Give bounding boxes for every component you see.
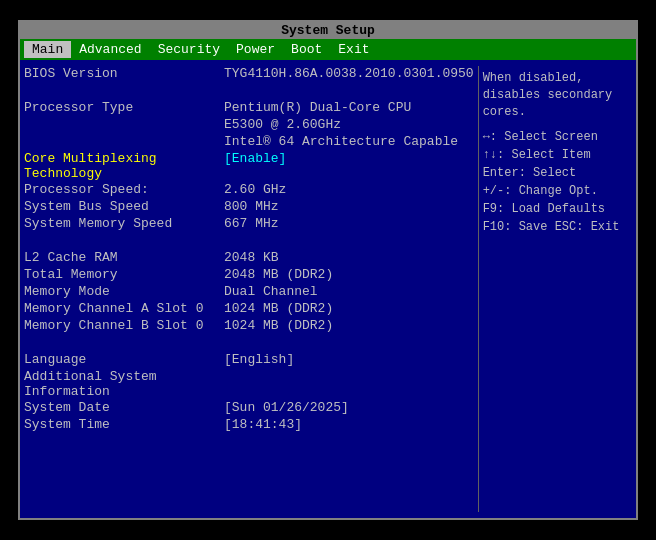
table-row: Processor Speed:2.60 GHz xyxy=(24,182,474,198)
row-label: Total Memory xyxy=(24,267,224,283)
table-row xyxy=(24,335,474,351)
window-title: System Setup xyxy=(281,23,375,38)
menu-item-security[interactable]: Security xyxy=(150,41,228,58)
main-content: BIOS VersionTYG4110H.86A.0038.2010.0301.… xyxy=(24,66,474,512)
sidebar-nav-item: ↔: Select Screen xyxy=(483,128,632,146)
table-row: System Date[Sun 01/26/2025] xyxy=(24,400,474,416)
row-label: Memory Channel B Slot 0 xyxy=(24,318,224,334)
row-value xyxy=(224,335,474,351)
table-row: Memory Channel A Slot 01024 MB (DDR2) xyxy=(24,301,474,317)
menu-item-boot[interactable]: Boot xyxy=(283,41,330,58)
row-label: Memory Mode xyxy=(24,284,224,300)
menu-item-advanced[interactable]: Advanced xyxy=(71,41,149,58)
row-label: Core Multiplexing Technology xyxy=(24,151,224,181)
row-value xyxy=(224,233,474,249)
table-row xyxy=(24,83,474,99)
table-row: BIOS VersionTYG4110H.86A.0038.2010.0301.… xyxy=(24,66,474,82)
sidebar-nav: ↔: Select Screen↑↓: Select ItemEnter: Se… xyxy=(483,128,632,236)
row-label: System Date xyxy=(24,400,224,416)
row-label: L2 Cache RAM xyxy=(24,250,224,266)
row-label xyxy=(24,83,224,99)
row-value: 800 MHz xyxy=(224,199,474,215)
row-label: Memory Channel A Slot 0 xyxy=(24,301,224,317)
row-label: Additional System Information xyxy=(24,369,224,399)
table-row: Language[English] xyxy=(24,352,474,368)
menu-item-exit[interactable]: Exit xyxy=(330,41,377,58)
row-value xyxy=(224,83,474,99)
row-label: Processor Speed: xyxy=(24,182,224,198)
table-row: Core Multiplexing Technology[Enable] xyxy=(24,151,474,181)
table-row: Additional System Information xyxy=(24,369,474,399)
sidebar-nav-item: +/-: Change Opt. xyxy=(483,182,632,200)
table-row xyxy=(24,233,474,249)
sidebar-nav-item: Enter: Select xyxy=(483,164,632,182)
row-label xyxy=(24,335,224,351)
row-label: System Bus Speed xyxy=(24,199,224,215)
table-row: Processor TypePentium(R) Dual-Core CPU xyxy=(24,100,474,116)
table-row: System Time[18:41:43] xyxy=(24,417,474,433)
row-label: BIOS Version xyxy=(24,66,224,82)
row-label xyxy=(24,233,224,249)
content-area: BIOS VersionTYG4110H.86A.0038.2010.0301.… xyxy=(20,60,636,518)
row-label: Processor Type xyxy=(24,100,224,116)
row-value: 1024 MB (DDR2) xyxy=(224,301,474,317)
row-value: Dual Channel xyxy=(224,284,474,300)
sidebar-nav-item: ↑↓: Select Item xyxy=(483,146,632,164)
menu-item-power[interactable]: Power xyxy=(228,41,283,58)
table-row: Intel® 64 Architecture Capable xyxy=(24,134,474,150)
sidebar-nav-item: F10: Save ESC: Exit xyxy=(483,218,632,236)
row-value: 1024 MB (DDR2) xyxy=(224,318,474,334)
menu-bar: MainAdvancedSecurityPowerBootExit xyxy=(20,39,636,60)
menu-item-main[interactable]: Main xyxy=(24,41,71,58)
row-label xyxy=(24,134,224,150)
title-bar: System Setup xyxy=(20,22,636,39)
sidebar: When disabled, disables secondary cores.… xyxy=(478,66,632,512)
row-value: TYG4110H.86A.0038.2010.0301.0950 xyxy=(224,66,474,82)
row-value: Pentium(R) Dual-Core CPU xyxy=(224,100,474,116)
row-value: [Enable] xyxy=(224,151,474,181)
sidebar-help-text: When disabled, disables secondary cores. xyxy=(483,70,632,120)
table-row: Memory ModeDual Channel xyxy=(24,284,474,300)
row-value: [English] xyxy=(224,352,474,368)
table-row: Memory Channel B Slot 01024 MB (DDR2) xyxy=(24,318,474,334)
row-value xyxy=(224,369,474,399)
row-value: Intel® 64 Architecture Capable xyxy=(224,134,474,150)
bios-window: System Setup MainAdvancedSecurityPowerBo… xyxy=(18,20,638,520)
table-row: Total Memory2048 MB (DDR2) xyxy=(24,267,474,283)
row-value: E5300 @ 2.60GHz xyxy=(224,117,474,133)
row-value: 2048 KB xyxy=(224,250,474,266)
table-row: System Memory Speed 667 MHz xyxy=(24,216,474,232)
sidebar-nav-item: F9: Load Defaults xyxy=(483,200,632,218)
table-row: System Bus Speed 800 MHz xyxy=(24,199,474,215)
row-label: System Memory Speed xyxy=(24,216,224,232)
row-label: Language xyxy=(24,352,224,368)
row-value: [Sun 01/26/2025] xyxy=(224,400,474,416)
table-row: E5300 @ 2.60GHz xyxy=(24,117,474,133)
row-value: [18:41:43] xyxy=(224,417,474,433)
row-value: 2048 MB (DDR2) xyxy=(224,267,474,283)
table-row: L2 Cache RAM2048 KB xyxy=(24,250,474,266)
row-value: 2.60 GHz xyxy=(224,182,474,198)
row-value: 667 MHz xyxy=(224,216,474,232)
row-label: System Time xyxy=(24,417,224,433)
row-label xyxy=(24,117,224,133)
